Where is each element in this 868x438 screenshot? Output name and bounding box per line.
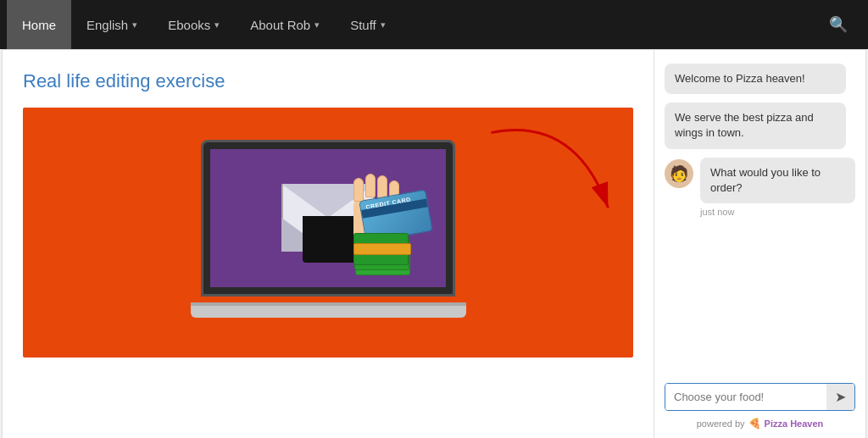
nav-item-stuff[interactable]: Stuff ▾ (335, 0, 401, 49)
chat-powered-by: powered by 🍕 Pizza Heaven (665, 418, 855, 430)
laptop-illustration: CREDIT CARD (167, 131, 489, 335)
finger3 (377, 175, 387, 199)
nav-label-home: Home (22, 18, 56, 32)
main-content: Real life editing exercise (3, 50, 654, 438)
money-stack (353, 233, 413, 275)
nav-label-english: English (86, 18, 128, 32)
nav-label-about-rob: About Rob (250, 18, 310, 32)
nav-label-ebooks: Ebooks (168, 18, 210, 32)
chat-input-row: ➤ (665, 383, 855, 411)
finger2 (365, 174, 376, 197)
chat-sidebar: Welcome to Pizza heaven! We serve the be… (654, 50, 865, 438)
nav-item-english[interactable]: English ▾ (71, 0, 153, 49)
chat-timestamp: just now (700, 207, 855, 217)
finger1 (353, 178, 364, 202)
chevron-down-icon: ▾ (132, 19, 137, 30)
page-title: Real life editing exercise (23, 70, 633, 92)
nav-item-ebooks[interactable]: Ebooks ▾ (153, 0, 235, 49)
laptop-base (191, 306, 466, 318)
search-icon: 🔍 (829, 15, 848, 34)
content-area: Real life editing exercise (3, 50, 865, 438)
main-nav: Home English ▾ Ebooks ▾ About Rob ▾ Stuf… (0, 0, 868, 49)
brand-name: Pizza Heaven (765, 419, 824, 429)
hero-image: CREDIT CARD (23, 108, 633, 358)
chat-send-button[interactable]: ➤ (826, 384, 854, 410)
money-band (353, 243, 411, 255)
nav-item-about-rob[interactable]: About Rob ▾ (235, 0, 335, 49)
chat-message-1: Welcome to Pizza heaven! (665, 64, 846, 94)
chat-message-3: What would you like to order? (700, 158, 855, 203)
chevron-down-icon: ▾ (381, 19, 386, 30)
chevron-down-icon: ▾ (314, 19, 320, 30)
chat-message-2: We serve the best pizza and wings in tow… (665, 103, 846, 148)
nav-item-home[interactable]: Home (7, 0, 71, 49)
send-icon: ➤ (835, 389, 846, 405)
chat-spacer (665, 227, 855, 383)
pizza-icon: 🍕 (748, 418, 761, 430)
nav-label-stuff: Stuff (350, 18, 376, 32)
chevron-down-icon: ▾ (214, 19, 220, 30)
avatar: 🧑 (665, 159, 693, 188)
powered-by-label: powered by (697, 419, 745, 429)
search-button[interactable]: 🔍 (815, 0, 861, 49)
hand-illustration: CREDIT CARD (303, 182, 438, 284)
chat-message-with-avatar: 🧑 What would you like to order? (665, 158, 855, 203)
page-wrapper: Real life editing exercise (2, 49, 866, 438)
chat-input[interactable] (665, 384, 826, 410)
